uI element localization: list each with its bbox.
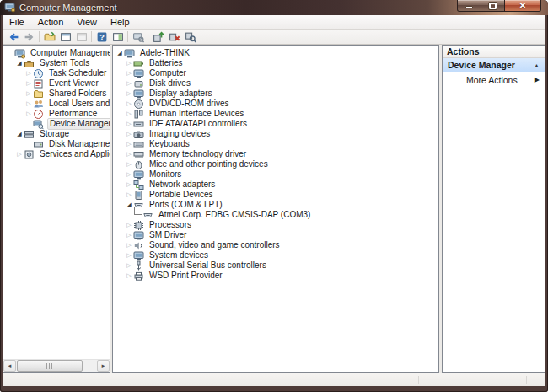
tree-item-universal-serial-bus-controllers[interactable]: ▷Universal Serial Bus controllers — [113, 260, 438, 271]
expander-collapsed-icon[interactable]: ▷ — [24, 68, 33, 78]
menu-help[interactable]: Help — [104, 15, 137, 29]
maximize-button[interactable] — [481, 0, 505, 12]
help-button[interactable]: ? — [94, 30, 110, 44]
collapse-caret-icon[interactable]: ▲ — [534, 62, 540, 68]
tree-item-local-users-and-groups[interactable]: ▷Local Users and Groups — [3, 99, 110, 109]
expander-collapsed-icon[interactable]: ▷ — [24, 89, 33, 99]
computer-management-icon — [4, 2, 16, 13]
expander-collapsed-icon[interactable]: ▷ — [15, 149, 24, 159]
expander-collapsed-icon[interactable]: ▷ — [24, 99, 33, 109]
expander-collapsed-icon[interactable]: ▷ — [125, 109, 133, 119]
expander-collapsed-icon[interactable]: ▷ — [125, 159, 133, 169]
tree-item-computer-management-local[interactable]: Computer Management (Local — [3, 48, 110, 58]
expander-expanded-icon[interactable]: ◢ — [125, 200, 133, 210]
export-list-button[interactable] — [73, 30, 89, 44]
tree-item-sound-video-and-game-controllers[interactable]: ▷Sound, video and game controllers — [113, 240, 438, 250]
expander-collapsed-icon[interactable]: ▷ — [125, 169, 133, 180]
uninstall-button[interactable] — [166, 30, 182, 44]
expander-collapsed-icon[interactable]: ▷ — [125, 190, 133, 200]
tree-item-ide-ata-atapi-controllers[interactable]: ▷IDE ATA/ATAPI controllers — [113, 119, 438, 129]
expander-collapsed-icon[interactable]: ▷ — [125, 180, 133, 190]
expander-collapsed-icon[interactable]: ▷ — [125, 271, 133, 281]
tree-item-ports-com-lpt[interactable]: ◢Ports (COM & LPT) — [113, 200, 438, 210]
minimize-button[interactable] — [457, 0, 481, 12]
expander-expanded-icon[interactable]: ◢ — [116, 48, 124, 58]
tree-item-event-viewer[interactable]: ▷Event Viewer — [3, 78, 110, 89]
tree-item-computer[interactable]: ▷Computer — [113, 68, 438, 78]
expander-collapsed-icon[interactable]: ▷ — [24, 109, 33, 119]
tree-item-disk-drives[interactable]: ▷Disk drives — [113, 78, 438, 89]
tree-item-network-adapters[interactable]: ▷Network adapters — [113, 180, 438, 190]
more-actions-item[interactable]: More Actions ▶ — [443, 72, 545, 87]
expander-collapsed-icon[interactable]: ▷ — [125, 139, 133, 149]
scroll-right-arrow[interactable]: ► — [97, 360, 110, 372]
expander-collapsed-icon[interactable]: ▷ — [125, 240, 133, 250]
toolbar-separator — [91, 31, 92, 42]
tree-item-label: Human Interface Devices — [148, 109, 245, 119]
expander-collapsed-icon[interactable]: ▷ — [125, 220, 133, 230]
update-driver-button[interactable] — [150, 30, 166, 44]
scrollbar-thumb[interactable] — [17, 360, 83, 372]
expander-collapsed-icon[interactable]: ▷ — [125, 68, 133, 78]
actions-group-device-manager[interactable]: Device Manager ▲ — [443, 58, 545, 72]
toolbar-separator — [148, 31, 148, 42]
expander-collapsed-icon[interactable]: ▷ — [125, 230, 133, 240]
menubar: FileActionViewHelp — [3, 15, 545, 30]
expander-collapsed-icon[interactable]: ▷ — [125, 149, 133, 159]
tree-item-memory-technology-driver[interactable]: ▷Memory technology driver — [113, 149, 438, 159]
tree-item-system-devices[interactable]: ▷System devices — [113, 250, 438, 260]
expander-collapsed-icon[interactable]: ▷ — [125, 78, 133, 89]
menu-view[interactable]: View — [70, 15, 104, 29]
console-computer-button[interactable] — [130, 30, 146, 44]
expander-expanded-icon[interactable]: ◢ — [15, 58, 24, 68]
menu-file[interactable]: File — [3, 15, 31, 29]
tree-item-label: Local Users and Groups — [47, 99, 110, 109]
titlebar[interactable]: Computer Management ✕ — [0, 0, 548, 15]
expander-collapsed-icon[interactable]: ▷ — [24, 78, 33, 89]
expander-expanded-icon[interactable]: ◢ — [15, 129, 24, 139]
close-button[interactable]: ✕ — [505, 0, 541, 12]
back-button[interactable] — [5, 30, 21, 44]
scrollbar-grip — [46, 363, 53, 369]
expander-collapsed-icon[interactable]: ▷ — [125, 99, 133, 109]
scrollbar-track[interactable] — [16, 360, 97, 372]
tree-item-atmel-corp-edbg-cmsis-dap-com3[interactable]: Atmel Corp. EDBG CMSIS-DAP (COM3) — [113, 210, 438, 220]
tree-item-shared-folders[interactable]: ▷Shared Folders — [3, 89, 110, 99]
tree-item-services-and-applications[interactable]: ▷Services and Applications — [3, 149, 110, 159]
expander-collapsed-icon[interactable]: ▷ — [125, 129, 133, 139]
tree-item-label: Event Viewer — [47, 78, 100, 89]
tree-item-system-tools[interactable]: ◢System Tools — [3, 58, 110, 68]
expander-collapsed-icon[interactable]: ▷ — [125, 260, 133, 271]
scan-hardware-changes-button[interactable] — [182, 30, 198, 44]
scroll-left-arrow[interactable]: ◄ — [3, 360, 16, 372]
tree-item-label: System devices — [148, 250, 210, 260]
menu-action[interactable]: Action — [31, 15, 71, 29]
tree-item-keyboards[interactable]: ▷Keyboards — [113, 139, 438, 149]
tree-item-task-scheduler[interactable]: ▷Task Scheduler — [3, 68, 110, 78]
tree-item-label: System Tools — [38, 58, 91, 68]
tree-item-monitors[interactable]: ▷Monitors — [113, 169, 438, 180]
expander-collapsed-icon[interactable]: ▷ — [125, 58, 133, 68]
tree-item-sm-driver[interactable]: ▷SM Driver — [113, 230, 438, 240]
tree-item-imaging-devices[interactable]: ▷Imaging devices — [113, 129, 438, 139]
properties-button[interactable] — [57, 30, 73, 44]
tree-item-adele-think[interactable]: ◢Adele-THINK — [113, 48, 438, 58]
tree-item-dvd-cd-rom-drives[interactable]: ▷DVD/CD-ROM drives — [113, 99, 438, 109]
tree-item-device-manager[interactable]: Device Manager — [3, 119, 110, 129]
tree-item-portable-devices[interactable]: ▷Portable Devices — [113, 190, 438, 200]
expander-collapsed-icon[interactable]: ▷ — [125, 89, 133, 99]
tree-item-batteries[interactable]: ▷Batteries — [113, 58, 438, 68]
forward-button[interactable] — [21, 30, 37, 44]
tree-item-mice-and-other-pointing-devices[interactable]: ▷Mice and other pointing devices — [113, 159, 438, 169]
expander-collapsed-icon[interactable]: ▷ — [125, 250, 133, 260]
tree-item-human-interface-devices[interactable]: ▷Human Interface Devices — [113, 109, 438, 119]
tree-item-processors[interactable]: ▷Processors — [113, 220, 438, 230]
show-hide-console-tree-button[interactable] — [41, 30, 57, 44]
tree-item-wsd-print-provider[interactable]: ▷WSD Print Provider — [113, 271, 438, 281]
tree-item-storage[interactable]: ◢Storage — [3, 129, 110, 139]
show-hide-action-pane-button[interactable] — [110, 30, 126, 44]
tree-item-display-adapters[interactable]: ▷Display adapters — [113, 89, 438, 99]
tree-item-disk-management[interactable]: Disk Management — [3, 139, 110, 149]
horizontal-scrollbar[interactable]: ◄ ► — [3, 359, 110, 372]
expander-collapsed-icon[interactable]: ▷ — [125, 119, 133, 129]
